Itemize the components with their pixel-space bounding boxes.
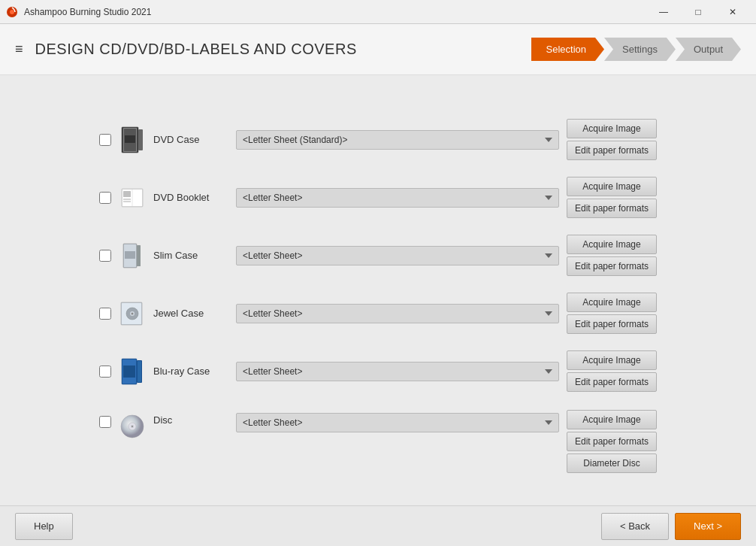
maximize-button[interactable]: □	[681, 0, 715, 24]
svg-rect-26	[138, 361, 141, 382]
jewel-case-label: Jewel Case	[153, 308, 228, 319]
jewel-case-icon	[119, 300, 146, 327]
main-content: DVD Case <Letter Sheet (Standard)> Acqui…	[0, 75, 756, 505]
help-button[interactable]: Help	[15, 513, 73, 540]
slim-case-paper-btn[interactable]: Edit paper formats	[567, 256, 657, 276]
slim-case-label: Slim Case	[153, 250, 228, 261]
dvd-booklet-checkbox[interactable]	[99, 192, 111, 204]
dvd-booklet-buttons: Acquire Image Edit paper formats	[567, 177, 657, 218]
dvd-booklet-label: DVD Booklet	[153, 192, 228, 203]
disc-checkbox[interactable]	[99, 416, 111, 428]
step-output[interactable]: Output	[676, 38, 741, 61]
svg-point-1	[10, 10, 14, 14]
jewel-case-paper-btn[interactable]: Edit paper formats	[567, 314, 657, 334]
next-button[interactable]: Next >	[675, 513, 741, 540]
steps-nav: Selection Settings Output	[531, 38, 742, 61]
dvd-case-dropdown[interactable]: <Letter Sheet (Standard)>	[236, 130, 559, 150]
bluray-case-icon	[119, 358, 146, 385]
bluray-case-acquire-btn[interactable]: Acquire Image	[567, 350, 657, 370]
svg-point-21	[132, 312, 134, 314]
step-settings-label: Settings	[622, 44, 658, 55]
bluray-case-buttons: Acquire Image Edit paper formats	[567, 350, 657, 392]
disc-acquire-btn[interactable]: Acquire Image	[567, 410, 657, 429]
dvd-booklet-paper-btn[interactable]: Edit paper formats	[567, 199, 657, 218]
footer-left: Help	[15, 513, 73, 540]
jewel-case-buttons: Acquire Image Edit paper formats	[567, 293, 657, 334]
svg-rect-5	[125, 135, 135, 143]
close-button[interactable]: ✕	[715, 0, 750, 24]
bluray-case-row: Blu-ray Case <Letter Sheet> Acquire Imag…	[96, 344, 660, 398]
disc-diameter-btn[interactable]: Diameter Disc	[567, 453, 657, 473]
slim-case-acquire-btn[interactable]: Acquire Image	[567, 235, 657, 254]
back-button[interactable]: < Back	[601, 513, 669, 540]
dvd-case-row: DVD Case <Letter Sheet (Standard)> Acqui…	[96, 113, 660, 166]
dvd-booklet-acquire-btn[interactable]: Acquire Image	[567, 177, 657, 196]
step-settings[interactable]: Settings	[604, 38, 676, 61]
dvd-case-paper-btn[interactable]: Edit paper formats	[567, 141, 657, 160]
dvd-case-icon	[119, 126, 146, 153]
bluray-case-checkbox[interactable]	[99, 366, 111, 378]
bluray-case-paper-btn[interactable]: Edit paper formats	[567, 372, 657, 392]
title-bar: Ashampoo Burning Studio 2021 — □ ✕	[0, 0, 756, 24]
header: ≡ DESIGN CD/DVD/BD-LABELS AND COVERS Sel…	[0, 24, 756, 75]
svg-rect-10	[123, 191, 131, 197]
app-icon	[6, 6, 18, 18]
dvd-case-label: DVD Case	[153, 134, 228, 145]
svg-rect-6	[138, 129, 143, 150]
disc-dropdown[interactable]: <Letter Sheet>	[236, 413, 559, 432]
jewel-case-checkbox[interactable]	[99, 308, 111, 320]
dvd-booklet-icon	[119, 184, 146, 211]
step-selection-label: Selection	[546, 44, 586, 55]
jewel-case-dropdown[interactable]: <Letter Sheet>	[236, 304, 559, 323]
slim-case-row: Slim Case <Letter Sheet> Acquire Image E…	[96, 229, 660, 282]
svg-point-31	[132, 426, 133, 427]
svg-rect-15	[125, 251, 135, 259]
slim-case-dropdown[interactable]: <Letter Sheet>	[236, 246, 559, 265]
dvd-booklet-dropdown[interactable]: <Letter Sheet>	[236, 188, 559, 208]
disc-row: Disc <Letter Sheet> Acquire Image Edit p…	[96, 402, 660, 479]
disc-buttons: Acquire Image Edit paper formats Diamete…	[567, 410, 657, 473]
page-title: DESIGN CD/DVD/BD-LABELS AND COVERS	[35, 41, 531, 58]
dvd-case-buttons: Acquire Image Edit paper formats	[567, 119, 657, 160]
step-output-label: Output	[694, 44, 723, 55]
footer: Help < Back Next >	[0, 505, 756, 546]
dvd-case-checkbox[interactable]	[99, 134, 111, 146]
bluray-case-label: Blu-ray Case	[153, 366, 228, 377]
minimize-button[interactable]: —	[646, 0, 681, 24]
menu-button[interactable]: ≡	[15, 41, 23, 57]
jewel-case-row: Jewel Case <Letter Sheet> Acquire Image …	[96, 287, 660, 340]
svg-rect-16	[137, 245, 141, 266]
slim-case-checkbox[interactable]	[99, 250, 111, 262]
window-controls: — □ ✕	[646, 0, 750, 24]
app-title: Ashampoo Burning Studio 2021	[24, 7, 646, 17]
footer-right: < Back Next >	[601, 513, 741, 540]
step-selection[interactable]: Selection	[531, 38, 604, 61]
slim-case-icon	[119, 242, 146, 269]
dvd-booklet-row: DVD Booklet <Letter Sheet> Acquire Image…	[96, 171, 660, 224]
disc-paper-btn[interactable]: Edit paper formats	[567, 432, 657, 451]
bluray-case-dropdown[interactable]: <Letter Sheet>	[236, 362, 559, 381]
disc-icon	[119, 413, 146, 440]
items-container: DVD Case <Letter Sheet (Standard)> Acqui…	[96, 113, 660, 479]
slim-case-buttons: Acquire Image Edit paper formats	[567, 235, 657, 276]
disc-label: Disc	[153, 414, 228, 426]
dvd-case-acquire-btn[interactable]: Acquire Image	[567, 119, 657, 138]
svg-rect-24	[123, 366, 135, 378]
jewel-case-acquire-btn[interactable]: Acquire Image	[567, 293, 657, 312]
